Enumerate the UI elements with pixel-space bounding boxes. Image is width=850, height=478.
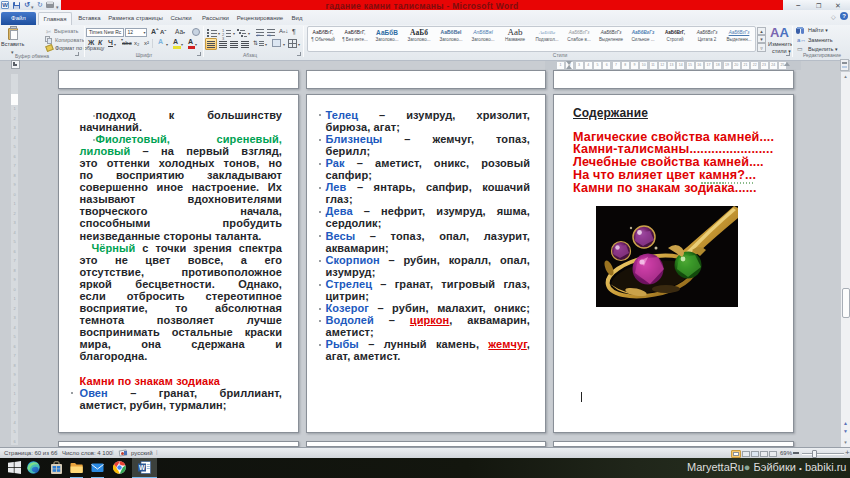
svg-text:W: W xyxy=(139,464,146,471)
